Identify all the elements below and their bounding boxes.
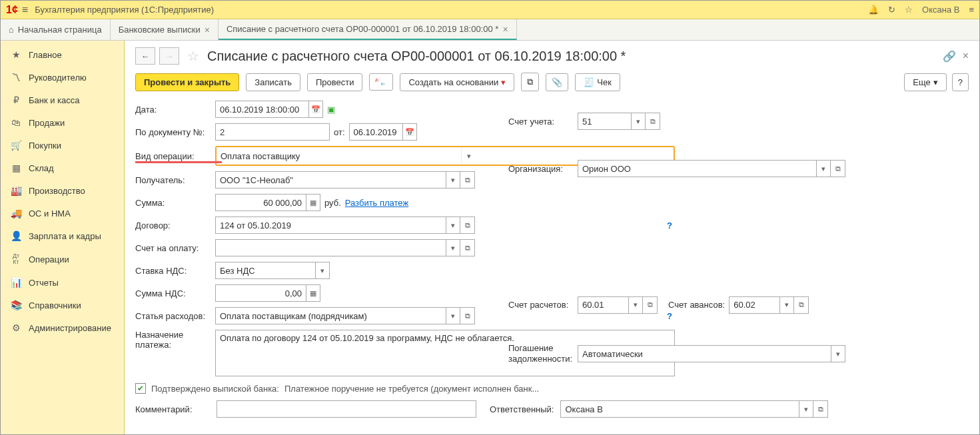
hamburger-icon[interactable]: ≡	[22, 4, 28, 16]
dropdown-icon[interactable]: ▾	[446, 171, 460, 189]
split-payment-link[interactable]: Разбить платеж	[345, 198, 408, 208]
dropdown-icon[interactable]: ▾	[816, 160, 831, 177]
sidebar-item-assets[interactable]: 🚚ОС и НМА	[1, 202, 124, 224]
check-button[interactable]: 🧾 Чек	[575, 73, 620, 91]
dropdown-icon[interactable]: ▾	[779, 296, 794, 314]
responsible-input[interactable]	[560, 400, 799, 418]
open-icon[interactable]: ⧉	[794, 296, 809, 314]
label-debt: Погашение задолженности:	[508, 343, 575, 364]
open-icon[interactable]: ⧉	[643, 296, 658, 314]
dropdown-icon[interactable]: ▾	[315, 262, 330, 279]
label-contract: Договор:	[135, 220, 213, 230]
titlebar: 1¢ ≡ Бухгалтерия предприятия (1С:Предпри…	[1, 1, 979, 19]
org-input[interactable]	[578, 160, 816, 177]
help-button[interactable]: ?	[952, 73, 969, 91]
flag-icon[interactable]: ▣	[327, 105, 335, 115]
sidebar-item-reports[interactable]: 📊Отчеты	[1, 271, 124, 294]
user-menu-icon[interactable]: ≡	[969, 5, 974, 15]
structure-button[interactable]: ⧉	[521, 73, 539, 91]
open-icon[interactable]: ⧉	[460, 217, 475, 234]
debt-input[interactable]	[578, 345, 831, 362]
post-button[interactable]: Провести	[307, 73, 363, 91]
dropdown-icon[interactable]: ▾	[831, 345, 845, 362]
label-comment: Комментарий:	[135, 404, 210, 414]
label-docdate: от:	[334, 127, 345, 137]
sum-input[interactable]	[215, 194, 306, 211]
save-button[interactable]: Записать	[246, 73, 300, 91]
open-icon[interactable]: ⧉	[460, 307, 475, 324]
sidebar-item-catalogs[interactable]: 📚Справочники	[1, 294, 124, 316]
recipient-input[interactable]	[215, 171, 446, 189]
link-icon[interactable]: 🔗	[943, 50, 956, 63]
tab-writeoff[interactable]: Списание с расчетного счета ОР00-000001 …	[219, 19, 517, 40]
bell-icon[interactable]: 🔔	[868, 5, 879, 15]
open-icon[interactable]: ⧉	[646, 113, 660, 130]
favorite-icon[interactable]: ☆	[187, 48, 199, 64]
tab-bank-statements[interactable]: Банковские выписки ×	[111, 19, 219, 40]
dropdown-icon[interactable]: ▾	[799, 400, 813, 418]
optype-input[interactable]	[217, 147, 462, 165]
open-icon[interactable]: ⧉	[460, 171, 475, 189]
dropdown-icon[interactable]: ▾	[446, 217, 460, 234]
date-input[interactable]	[215, 101, 308, 118]
forward-button[interactable]: →	[159, 47, 179, 65]
tab-home[interactable]: ⌂ Начальная страница	[1, 19, 111, 40]
confirmed-checkbox[interactable]: ✔	[135, 383, 146, 394]
history-icon[interactable]: ↻	[888, 5, 895, 15]
docnum-input[interactable]	[215, 123, 330, 141]
contract-input[interactable]	[215, 217, 446, 234]
sidebar-item-salary[interactable]: 👤Зарплата и кадры	[1, 224, 124, 247]
cart-icon: 🛒	[10, 140, 22, 151]
more-button[interactable]: Еще ▾	[904, 73, 946, 91]
expense-input[interactable]	[215, 307, 446, 324]
label-docnum: По документу №:	[135, 127, 213, 137]
close-icon[interactable]: ×	[502, 24, 508, 35]
open-icon[interactable]: ⧉	[460, 239, 475, 256]
calendar-icon[interactable]: 📅	[402, 123, 417, 141]
dropdown-icon[interactable]: ▾	[462, 147, 476, 165]
create-based-button[interactable]: Создать на основании ▾	[400, 73, 514, 91]
main-panel: ← → ☆ Списание с расчетного счета ОР00-0…	[125, 41, 979, 434]
dropdown-icon[interactable]: ▾	[446, 307, 460, 324]
open-icon[interactable]: ⧉	[831, 160, 845, 177]
sidebar-item-production[interactable]: 🏭Производство	[1, 179, 124, 202]
label-org: Организация:	[508, 164, 575, 174]
invoice-input[interactable]	[215, 239, 446, 256]
docdate-input[interactable]	[349, 123, 402, 141]
calendar-icon[interactable]: 📅	[308, 101, 323, 118]
attach-button[interactable]: 📎	[546, 73, 568, 91]
sidebar-item-manager[interactable]: 〽Руководителю	[1, 66, 124, 89]
home-icon: ⌂	[9, 25, 14, 35]
label-responsible: Ответственный:	[490, 404, 554, 414]
sidebar-item-main[interactable]: ★Главное	[1, 43, 124, 66]
sidebar-item-purchases[interactable]: 🛒Покупки	[1, 134, 124, 157]
calc-icon[interactable]: ▦	[306, 194, 320, 211]
sidebar-item-operations[interactable]: ДтКтОперации	[1, 247, 124, 271]
label-expense: Статья расходов:	[135, 311, 213, 321]
dropdown-icon[interactable]: ▾	[631, 113, 646, 130]
star-icon[interactable]: ☆	[905, 5, 913, 15]
vat-rate-input[interactable]	[215, 262, 315, 279]
advance-acct-input[interactable]	[729, 296, 779, 314]
vat-sum-input[interactable]	[215, 284, 306, 302]
close-panel-icon[interactable]: ×	[963, 50, 969, 63]
books-icon: 📚	[10, 300, 22, 310]
dtkt-button[interactable]: ДтКт	[369, 73, 393, 91]
sidebar-item-admin[interactable]: ⚙Администрирование	[1, 316, 124, 339]
sidebar-item-bank[interactable]: ₽Банк и касса	[1, 89, 124, 111]
confirmed-row: ✔ Подтверждено выпиской банка: Платежное…	[135, 383, 969, 394]
sidebar-item-warehouse[interactable]: ▦Склад	[1, 157, 124, 179]
dropdown-icon[interactable]: ▾	[446, 239, 460, 256]
user-name[interactable]: Оксана В	[922, 5, 959, 15]
comment-input[interactable]	[217, 400, 476, 418]
acct-input[interactable]	[578, 113, 631, 130]
close-icon[interactable]: ×	[205, 25, 210, 35]
open-icon[interactable]: ⧉	[813, 400, 828, 418]
calc-icon[interactable]: ▦	[306, 284, 320, 302]
sidebar-item-sales[interactable]: 🛍Продажи	[1, 111, 124, 134]
dropdown-icon[interactable]: ▾	[628, 296, 643, 314]
star-icon: ★	[10, 49, 22, 60]
back-button[interactable]: ←	[135, 47, 155, 65]
settle-acct-input[interactable]	[578, 296, 628, 314]
post-close-button[interactable]: Провести и закрыть	[135, 73, 239, 91]
